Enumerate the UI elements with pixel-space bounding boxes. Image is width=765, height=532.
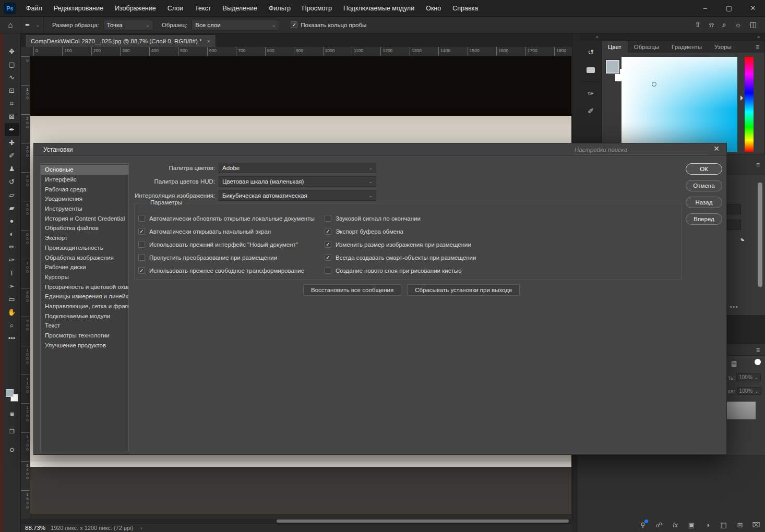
panel-tab[interactable]: Узоры: [708, 41, 738, 53]
layer-preview-fragment[interactable]: [727, 402, 756, 419]
delete-layer-icon[interactable]: ⌧: [751, 521, 761, 529]
marquee-tool[interactable]: ▢: [5, 58, 19, 71]
share-icon[interactable]: ⇧: [695, 20, 701, 29]
sidebar-item[interactable]: Улучшение продуктов: [41, 340, 128, 350]
menu-item[interactable]: Фильтр: [264, 3, 296, 14]
maximize-button[interactable]: ▢: [717, 0, 741, 16]
pin-icon[interactable]: ⚲: [638, 521, 648, 529]
horizontal-scrollbar[interactable]: [30, 519, 571, 523]
share-image-button[interactable]: ⛭: [5, 443, 19, 456]
dialog-action-button[interactable]: Вперед: [686, 213, 722, 225]
path-selection-tool[interactable]: ➢: [5, 280, 19, 293]
sidebar-item[interactable]: Экспорт: [41, 233, 128, 243]
preference-checkbox[interactable]: Использовать прежнее свободное трансформ…: [138, 264, 315, 277]
brushes-panel-icon[interactable]: ✐: [583, 105, 598, 117]
panel-tab[interactable]: Градиенты: [665, 41, 708, 53]
panel-tab[interactable]: Цвет: [602, 41, 628, 53]
interpolation-select[interactable]: Бикубическая автоматическая ⌄: [219, 190, 376, 201]
sample-size-select[interactable]: Точка ⌄: [103, 20, 153, 30]
preference-checkbox[interactable]: Всегда создавать смарт-объекты при разме…: [325, 251, 476, 264]
sidebar-item[interactable]: Текст: [41, 321, 128, 331]
preference-checkbox[interactable]: Автоматически обновлять открытые локальн…: [138, 212, 315, 225]
menu-item[interactable]: Изображение: [110, 3, 161, 14]
preference-checkbox[interactable]: Изменить размер изображения при размещен…: [325, 238, 476, 251]
eyedropper-tool[interactable]: ✒: [5, 123, 19, 136]
menu-item[interactable]: Просмотр: [297, 3, 337, 14]
status-arrow-icon[interactable]: ›: [140, 525, 142, 531]
sidebar-item[interactable]: Обработка файлов: [41, 223, 128, 233]
notifications-bell-icon[interactable]: ⍾: [709, 20, 714, 29]
scrollbar-handle[interactable]: [277, 519, 569, 523]
blur-tool[interactable]: ●: [5, 214, 19, 227]
panel-menu-icon[interactable]: ≡: [750, 41, 764, 53]
object-selection-tool[interactable]: ⊡: [5, 84, 19, 97]
home-icon[interactable]: ⌂: [0, 20, 21, 29]
preferences-search-input[interactable]: [575, 145, 709, 154]
sample-select[interactable]: Все слои ⌄: [192, 20, 279, 30]
screen-mode-button[interactable]: ❐: [5, 425, 19, 438]
reset-button[interactable]: Восстановить все сообщения: [303, 284, 401, 296]
lasso-tool[interactable]: ∿: [5, 71, 19, 84]
preference-checkbox[interactable]: Использовать прежний интерфейс "Новый до…: [138, 238, 315, 251]
panel-button-fragment[interactable]: [727, 220, 741, 230]
discover-lightbulb-icon[interactable]: ☼: [735, 20, 742, 29]
sidebar-item[interactable]: Единицы измерения и линейки: [41, 292, 128, 301]
hue-slider-marker[interactable]: [740, 95, 746, 101]
more-tools[interactable]: •••: [5, 332, 19, 345]
menu-item[interactable]: Слои: [162, 3, 188, 14]
menu-item[interactable]: Справка: [447, 3, 483, 14]
spectrum-cursor[interactable]: [652, 82, 656, 87]
collapse-panels-icon[interactable]: »: [757, 34, 760, 40]
close-tab-icon[interactable]: ×: [207, 38, 210, 44]
hud-color-picker-select[interactable]: Цветовая шкала (маленькая) ⌄: [219, 176, 376, 187]
gradient-tool[interactable]: ▰: [5, 201, 19, 214]
sidebar-item[interactable]: Подключаемые модули: [41, 311, 128, 321]
sidebar-item[interactable]: Просмотры технологии: [41, 331, 128, 341]
sidebar-item[interactable]: Курсоры: [41, 272, 128, 282]
healing-brush-tool[interactable]: ✚: [5, 136, 19, 149]
foreground-color-swatch[interactable]: [6, 389, 14, 397]
pen-tool[interactable]: ✑: [5, 253, 19, 267]
collapse-panels-icon[interactable]: «: [596, 34, 599, 40]
zoom-level[interactable]: 88.73%: [21, 525, 51, 531]
panel-tab[interactable]: Образцы: [628, 41, 665, 53]
menu-item[interactable]: Выделение: [218, 3, 262, 14]
sidebar-item[interactable]: История и Content Credential: [41, 213, 128, 223]
preference-checkbox[interactable]: Пропустить преобразование при размещении: [138, 251, 315, 264]
layer-mask-icon[interactable]: ▣: [687, 521, 696, 529]
preference-checkbox[interactable]: Экспорт буфера обмена: [325, 225, 476, 238]
type-tool[interactable]: T: [5, 267, 19, 280]
hand-tool[interactable]: ✋: [5, 306, 19, 319]
clone-stamp-tool[interactable]: ♟: [5, 162, 19, 175]
layer-thumbnail-icon[interactable]: ▤: [731, 360, 737, 367]
preference-checkbox[interactable]: Звуковой сигнал по окончании: [325, 212, 476, 225]
search-icon[interactable]: ⌕: [722, 20, 726, 29]
hue-slider[interactable]: [745, 57, 754, 152]
scrollbar-handle[interactable]: [758, 183, 762, 287]
smudge-tool[interactable]: ✏: [5, 240, 19, 253]
active-tool-preset[interactable]: ✒ ⌄: [21, 17, 44, 33]
adjustment-layer-icon[interactable]: ◑: [703, 521, 712, 529]
color-picker-select[interactable]: Adobe ⌄: [219, 163, 376, 173]
show-sampling-ring-checkbox[interactable]: Показать кольцо пробы: [291, 21, 366, 28]
toggle-dot[interactable]: [755, 359, 761, 365]
sidebar-item[interactable]: Направляющие, сетка и фрагменты: [41, 301, 128, 311]
dialog-title-bar[interactable]: Установки ✕: [34, 143, 726, 156]
menu-item[interactable]: Редактирование: [49, 3, 109, 14]
transform-icon[interactable]: ▾▴: [740, 237, 743, 242]
menu-item[interactable]: Файл: [21, 3, 47, 14]
sidebar-item[interactable]: Рабочие диски: [41, 262, 128, 272]
frame-tool[interactable]: ⊠: [5, 110, 19, 123]
workspace-icon[interactable]: ◫: [750, 20, 757, 29]
brush-tool[interactable]: ✐: [5, 149, 19, 162]
link-layers-icon[interactable]: ☍: [654, 521, 664, 529]
dialog-action-button[interactable]: Отмена: [686, 180, 722, 191]
preference-checkbox[interactable]: Создание нового слоя при рисовании кисть…: [325, 264, 476, 277]
crop-tool[interactable]: ⌗: [5, 97, 19, 110]
dialog-action-button[interactable]: Назад: [686, 197, 722, 208]
history-panel-icon[interactable]: ↺: [583, 46, 598, 58]
color-spectrum-field[interactable]: [621, 57, 737, 152]
more-options-icon[interactable]: •••: [730, 304, 739, 310]
menu-item[interactable]: Подключаемые модули: [338, 3, 420, 14]
opacity-field[interactable]: 100% ⌄: [736, 373, 761, 381]
